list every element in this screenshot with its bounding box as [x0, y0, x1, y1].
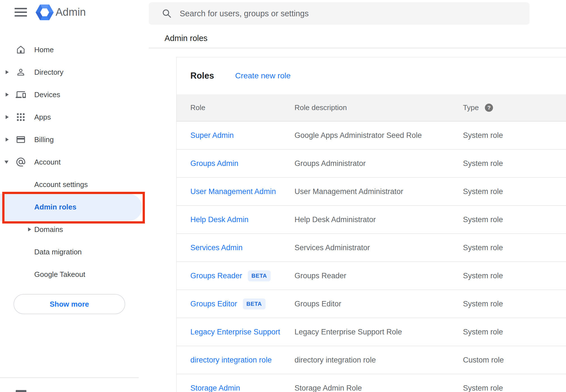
expand-arrow-icon[interactable] [28, 227, 31, 231]
show-more-button[interactable]: Show more [13, 294, 125, 314]
role-link[interactable]: Groups Admin [190, 159, 238, 168]
search-input[interactable] [179, 9, 530, 19]
collapse-arrow-icon[interactable] [4, 161, 8, 164]
table-row: Super Admin Google Apps Administrator Se… [177, 122, 566, 150]
role-link[interactable]: Groups Editor [190, 300, 237, 308]
header-divider [149, 48, 566, 48]
role-description: Services Administrator [295, 243, 463, 252]
sidebar-item-google-takeout[interactable]: Google Takeout [0, 263, 144, 286]
role-link[interactable]: Super Admin [190, 131, 234, 140]
table-row: Services Admin Services Administrator Sy… [177, 234, 566, 262]
table-row: directory integration role directory int… [177, 346, 566, 374]
role-type: System role [463, 131, 566, 140]
apps-grid-icon [15, 112, 26, 122]
sidebar-item-directory[interactable]: Directory [0, 61, 144, 83]
role-link[interactable]: Services Admin [190, 243, 243, 252]
role-link[interactable]: Groups Reader [190, 272, 242, 280]
role-type: System role [463, 159, 566, 168]
role-description: Legacy Enterprise Support Role [295, 328, 463, 336]
breadcrumb: Admin roles [165, 34, 207, 43]
card-title: Roles [190, 71, 214, 81]
table-row: User Management Admin User Management Ad… [177, 178, 566, 206]
role-type: Custom role [463, 356, 566, 364]
devices-icon [15, 89, 26, 100]
role-description: Storage Admin Role [295, 384, 463, 392]
table-row: Help Desk Admin Help Desk Administrator … [177, 206, 566, 234]
table-row: Groups Editor BETA Groups Editor System … [177, 290, 566, 318]
sidebar-item-admin-roles[interactable]: Admin roles [0, 196, 144, 218]
sidebar-item-apps[interactable]: Apps [0, 106, 144, 128]
role-description: User Management Administrator [295, 187, 463, 196]
expand-arrow-icon[interactable] [6, 93, 9, 97]
role-description: directory integration role [295, 356, 463, 364]
role-type: System role [463, 187, 566, 196]
help-icon[interactable]: ? [485, 104, 493, 112]
role-description: Groups Reader [295, 272, 463, 280]
role-type: System role [463, 300, 566, 308]
create-new-role-link[interactable]: Create new role [235, 71, 291, 80]
sidebar-item-domains[interactable]: Domains [0, 218, 144, 241]
beta-badge: BETA [248, 270, 271, 281]
role-link[interactable]: directory integration role [190, 356, 272, 364]
role-type: System role [463, 215, 566, 224]
beta-badge: BETA [243, 298, 266, 309]
column-header-description: Role description [295, 103, 463, 112]
table-header-row: Role Role description Type ? [177, 94, 566, 122]
table-row: Groups Admin Groups Administrator System… [177, 150, 566, 178]
role-link[interactable]: Help Desk Admin [190, 215, 248, 224]
roles-card: Roles Create new role Role Role descript… [176, 57, 566, 392]
sidebar-item-home[interactable]: Home [0, 38, 144, 61]
expand-arrow-icon[interactable] [6, 70, 9, 74]
role-link[interactable]: Legacy Enterprise Support [190, 328, 280, 336]
home-icon [15, 44, 26, 55]
sidebar-item-devices[interactable]: Devices [0, 83, 144, 106]
table-row: Storage Admin Storage Admin Role System … [177, 374, 566, 392]
sidebar-item-data-migration[interactable]: Data migration [0, 241, 144, 263]
table-row: Groups Reader BETA Groups Reader System … [177, 262, 566, 290]
role-type: System role [463, 272, 566, 280]
role-link[interactable]: User Management Admin [190, 187, 276, 196]
menu-icon[interactable] [15, 8, 27, 17]
credit-card-icon [15, 134, 26, 145]
role-type: System role [463, 328, 566, 336]
role-link[interactable]: Storage Admin [190, 384, 240, 392]
admin-logo-icon [36, 3, 54, 22]
table-row: Legacy Enterprise Support Legacy Enterpr… [177, 318, 566, 346]
search-bar[interactable] [149, 2, 530, 25]
sidebar-item-account[interactable]: Account [0, 151, 144, 173]
role-type: System role [463, 384, 566, 392]
role-description: Groups Administrator [295, 159, 463, 168]
column-header-type: Type ? [463, 103, 566, 112]
person-icon [15, 67, 26, 78]
sidebar-item-account-settings[interactable]: Account settings [0, 173, 144, 196]
role-description: Google Apps Administrator Seed Role [295, 131, 463, 140]
search-icon [162, 8, 172, 19]
sidebar-item-billing[interactable]: Billing [0, 128, 144, 151]
app-title: Admin [56, 6, 86, 18]
role-description: Groups Editor [295, 300, 463, 308]
expand-arrow-icon[interactable] [6, 115, 9, 119]
role-description: Help Desk Administrator [295, 215, 463, 224]
clipped-bottom-icon [16, 390, 26, 392]
expand-arrow-icon[interactable] [6, 138, 9, 142]
role-type: System role [463, 243, 566, 252]
column-header-role: Role [177, 103, 295, 112]
roles-card-header: Roles Create new role [177, 57, 566, 94]
sidebar-divider [0, 377, 139, 378]
at-sign-icon [15, 157, 26, 167]
